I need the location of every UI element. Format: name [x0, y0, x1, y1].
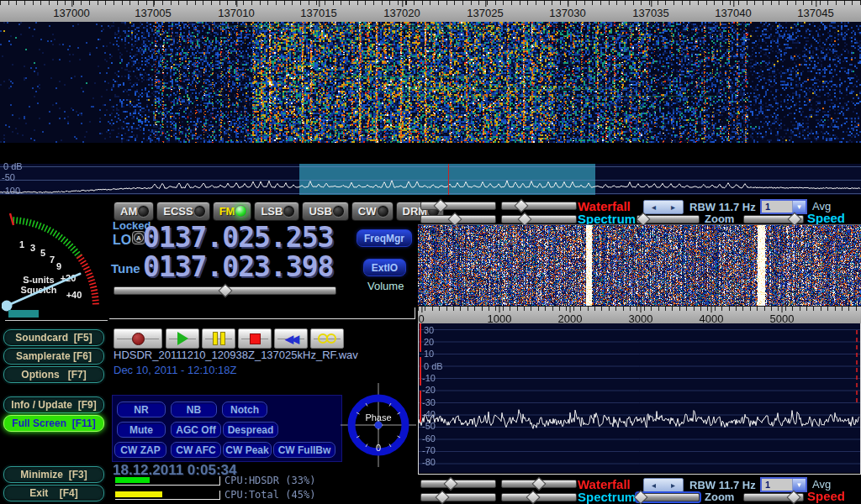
freqmgr-button[interactable]: FreqMgr	[357, 229, 412, 247]
rbw-spinner-top[interactable]: ◂▸	[643, 200, 684, 214]
freq-tick-label: 137020	[383, 7, 420, 19]
zoom-slider-bottom[interactable]	[637, 493, 700, 501]
db-label: -20	[422, 386, 436, 395]
volume-slider-thumb[interactable]	[218, 284, 232, 298]
speed-label-bottom: Speed	[807, 489, 845, 503]
play-icon	[177, 332, 188, 345]
slider-thumb[interactable]	[526, 491, 540, 504]
spinner-right-arrow-icon[interactable]: ▸	[671, 202, 675, 212]
db-label: 0 dB	[424, 362, 443, 371]
db-label: -60	[422, 434, 436, 444]
dropdown-arrow-icon[interactable]: ▾	[792, 479, 806, 491]
freq-tick-label: 137005	[135, 7, 171, 19]
squelch-indicator-bar[interactable]	[8, 310, 39, 318]
waterfall-contrast-slider-bottom[interactable]	[501, 480, 577, 488]
fullscreen-button[interactable]: Full Screen [F11]	[3, 415, 104, 432]
rbw-spinner-bottom[interactable]: ◂▸	[643, 478, 684, 492]
spinner-left-arrow-icon[interactable]: ◂	[652, 480, 656, 490]
rewind-button[interactable]	[274, 328, 308, 349]
record-button[interactable]	[114, 328, 162, 349]
mode-button-ecss[interactable]: ECSS	[156, 202, 209, 221]
mode-button-fm[interactable]: FM	[213, 202, 252, 221]
spectrum-brightness-slider-bottom[interactable]	[420, 493, 496, 501]
stop-button[interactable]	[238, 328, 272, 349]
rewind-icon	[285, 333, 297, 344]
cpu-hdsdr-bar	[115, 476, 220, 486]
play-button[interactable]	[166, 328, 199, 349]
mode-button-lsb[interactable]: LSB	[254, 202, 299, 221]
spectrum-contrast-slider-bottom[interactable]	[501, 493, 577, 501]
freq-tick-label: 137030	[549, 7, 585, 19]
main-spectrum-display[interactable]: 0 dB -50 -100	[0, 164, 861, 195]
speed-slider-bottom[interactable]	[743, 493, 804, 501]
rbw-value-top: RBW 11.7 Hz	[689, 201, 756, 213]
info-update-button[interactable]: Info / Update [F9]	[3, 396, 104, 413]
db-label: -80	[422, 458, 436, 467]
pause-button[interactable]	[202, 328, 235, 349]
audio-frequency-scale[interactable]: 0 1000 2000 3000 4000 5000	[418, 306, 861, 324]
agc-button[interactable]: AGC Off	[171, 422, 221, 438]
nb-button[interactable]: NB	[171, 402, 217, 417]
speed-slider-top[interactable]	[743, 215, 804, 223]
waterfall-brightness-slider-bottom[interactable]	[420, 480, 496, 488]
lo-frequency-display[interactable]: 0137.025.253	[143, 223, 333, 252]
s-meter: 1 3 5 7 9 +20 +40 S-units Squelch	[2, 202, 108, 314]
playback-position-bar[interactable]	[109, 307, 415, 319]
cw-peak-button[interactable]: CW Peak	[223, 442, 272, 458]
zoom-slider-top[interactable]	[637, 215, 700, 223]
stop-icon	[250, 333, 261, 344]
options-button[interactable]: Options [F7]	[3, 366, 104, 383]
slider-thumb[interactable]	[435, 491, 449, 504]
notch-button[interactable]: Notch	[222, 402, 267, 417]
spectrum-contrast-slider-top[interactable]	[501, 215, 577, 223]
slider-thumb[interactable]	[444, 477, 458, 491]
audio-spectrum-display[interactable]: 30 20 10 0 dB -10 -20 -30 -40 -50 -60 -7…	[418, 323, 861, 475]
slider-thumb[interactable]	[514, 199, 528, 213]
volume-label: Volume	[367, 280, 404, 292]
avg-dropdown-top[interactable]: 1 ▾	[760, 199, 807, 214]
mode-button-cw[interactable]: CW	[351, 202, 394, 221]
audio-waterfall-display[interactable]	[418, 224, 861, 307]
mode-button-usb[interactable]: USB	[302, 202, 348, 221]
slider-thumb[interactable]	[532, 477, 547, 491]
despread-button[interactable]: Despread	[223, 422, 278, 438]
samplerate-button[interactable]: Samplerate [F6]	[3, 348, 104, 365]
avg-dropdown-value: 1	[762, 201, 792, 213]
lo-label: LO	[113, 233, 131, 248]
cw-zap-button[interactable]: CW ZAP	[114, 442, 166, 458]
mode-button-am[interactable]: AM	[114, 202, 154, 221]
cw-fullbw-button[interactable]: CW FullBw	[273, 442, 335, 458]
zoom-label-top: Zoom	[705, 213, 734, 225]
mute-button[interactable]: Mute	[117, 422, 166, 438]
db-label: 20	[424, 338, 434, 347]
hdsdr-main-window: 137000 137005 137010 137015 137020 13702…	[0, 0, 861, 504]
volume-slider[interactable]	[114, 286, 336, 295]
phase-zero-label: 0	[376, 443, 381, 453]
spinner-left-arrow-icon[interactable]: ◂	[652, 202, 656, 212]
exit-button[interactable]: Exit [F4]	[3, 485, 104, 501]
dsp-panel: NR NB Notch Mute AGC Off Despread CW ZAP…	[112, 395, 342, 462]
mode-led	[283, 205, 295, 218]
waterfall-brightness-slider-top[interactable]	[420, 202, 496, 210]
smeter-number: 5	[40, 248, 45, 258]
db-label: -40	[422, 410, 436, 419]
main-frequency-scale[interactable]: 137000 137005 137010 137015 137020 13702…	[0, 0, 861, 22]
mode-led	[332, 205, 345, 218]
cpu-total-bar	[115, 491, 220, 500]
spinner-right-arrow-icon[interactable]: ▸	[671, 480, 675, 490]
nr-button[interactable]: NR	[117, 402, 166, 417]
tune-frequency-display[interactable]: 0137.023.398	[143, 253, 333, 281]
avg-dropdown-bottom[interactable]: 1 ▾	[760, 477, 807, 492]
mode-led	[137, 205, 150, 218]
extio-button[interactable]: ExtIO	[363, 259, 406, 276]
speed-label-top: Speed	[807, 211, 845, 225]
loop-button[interactable]	[310, 328, 344, 349]
mode-button-row: AM ECSS FM LSB USB CW DRM	[114, 202, 406, 221]
cw-afc-button[interactable]: CW AFC	[171, 442, 221, 458]
rbw-value-bottom: RBW 11.7 Hz	[689, 479, 756, 491]
waterfall-contrast-slider-top[interactable]	[501, 202, 577, 210]
minimize-button[interactable]: Minimize [F3]	[3, 466, 104, 483]
spectrum-brightness-slider-top[interactable]	[420, 215, 496, 223]
soundcard-button[interactable]: Soundcard [F5]	[3, 329, 104, 346]
dropdown-arrow-icon[interactable]: ▾	[792, 201, 806, 213]
